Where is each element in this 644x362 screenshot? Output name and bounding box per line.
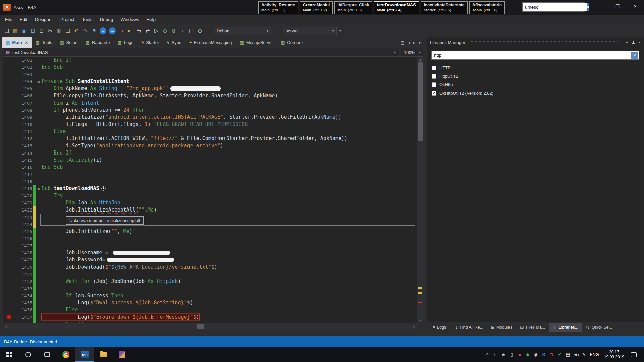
close-icon[interactable]: × xyxy=(25,40,28,45)
breakpoint-gutter[interactable] xyxy=(3,57,16,64)
action-center-icon[interactable] xyxy=(631,352,637,357)
cut-icon[interactable]: ✂ xyxy=(46,27,54,35)
tray-expand-icon[interactable]: ^ xyxy=(483,352,491,357)
vertical-scrollbar[interactable]: ▲ ▼ xyxy=(417,57,423,323)
breakpoint-gutter[interactable] xyxy=(3,299,16,306)
run-icon[interactable]: ▷ xyxy=(152,27,160,35)
breakpoint-gutter[interactable] xyxy=(3,228,16,235)
code-line[interactable]: 1431 xyxy=(3,271,417,278)
breakpoint-gutter[interactable] xyxy=(3,242,16,249)
code-line[interactable]: 1411 Else xyxy=(3,128,417,135)
code-line[interactable]: 1427 xyxy=(3,242,417,249)
scroll-right-icon[interactable]: ► xyxy=(411,323,417,330)
b4a-taskbar-button[interactable]: B4A xyxy=(75,347,94,362)
night-light-icon[interactable]: ☾ xyxy=(491,352,499,357)
panel-tab-quick-se[interactable]: Quick Se... xyxy=(583,323,615,332)
code-line[interactable]: 1402End Sub xyxy=(3,64,417,71)
breakpoint-gutter[interactable] xyxy=(3,78,16,85)
paste-icon[interactable]: ▤ xyxy=(64,27,72,35)
library-filter-input[interactable] xyxy=(432,51,630,59)
code-line[interactable]: 1437 Log($"Eroare down ${Job.ErrorMessag… xyxy=(3,314,417,321)
module-tab-tools[interactable]: ▦Tools xyxy=(32,37,56,48)
build-configuration-dropdown[interactable]: Debug ▾ xyxy=(214,27,271,35)
connect-device-icon[interactable]: ⊕ xyxy=(161,27,169,35)
menu-item-debug[interactable]: Debug xyxy=(96,15,117,24)
minimize-button[interactable]: — xyxy=(592,0,609,12)
breakpoint-gutter[interactable] xyxy=(3,214,16,221)
library-checkbox[interactable] xyxy=(432,66,436,70)
library-item[interactable]: OkHttp xyxy=(427,80,644,89)
panel-position-icon[interactable]: ▾ xyxy=(626,40,628,45)
panel-tab-logs[interactable]: ≡Logs xyxy=(429,323,449,332)
menu-item-help[interactable]: Help xyxy=(143,15,159,24)
fold-marker[interactable]: ⊟ xyxy=(36,185,42,192)
start-button[interactable] xyxy=(0,347,19,362)
breakpoint-gutter[interactable] xyxy=(3,256,16,263)
save-all-icon[interactable]: ⊞ xyxy=(29,27,37,35)
task-view-button[interactable] xyxy=(38,347,56,362)
code-editor[interactable]: 1401 End If1402End Sub14031404⊟Private S… xyxy=(3,57,417,323)
nav-forward-icon[interactable]: → xyxy=(109,27,116,34)
menu-item-designer[interactable]: Designer xyxy=(31,15,57,24)
undo-icon[interactable]: ↶ xyxy=(72,27,80,35)
menu-item-windows[interactable]: Windows xyxy=(117,15,143,24)
library-checkbox[interactable] xyxy=(432,82,436,87)
redo-icon[interactable]: ↷ xyxy=(81,27,89,35)
panel-close-icon[interactable]: × xyxy=(639,40,641,44)
bookmark-tab[interactable]: AfiseazaIstoricTools (ctrl + 6) xyxy=(469,1,505,14)
ethernet-icon[interactable]: ▤ xyxy=(564,352,572,357)
breakpoint-gutter[interactable] xyxy=(3,185,16,192)
scroll-left-icon[interactable]: ◄ xyxy=(3,323,9,330)
maximize-button[interactable]: ▢ xyxy=(609,0,627,12)
menu-item-file[interactable]: File xyxy=(1,15,16,24)
module-tab-main[interactable]: ▦Main× xyxy=(2,37,32,48)
code-line[interactable]: 1407 Dim i As Intent xyxy=(3,100,417,107)
bookmark-tab[interactable]: CreazaMeniulMain (ctrl + 2) xyxy=(300,1,333,14)
code-line[interactable]: 1438 End If xyxy=(3,321,417,323)
stop-icon[interactable]: ▢ xyxy=(187,27,195,35)
taskbar-clock[interactable]: 20:17 19.09.2019 xyxy=(601,350,628,360)
filter-clear-icon[interactable]: × xyxy=(631,52,638,59)
wireless-connect-icon[interactable]: ⊛ xyxy=(170,27,178,35)
library-checkbox[interactable] xyxy=(432,74,436,79)
new-file-icon[interactable]: ❏ xyxy=(3,27,11,35)
panel-tab-modules[interactable]: ⊞Modules xyxy=(488,323,516,332)
breakpoint-gutter[interactable] xyxy=(3,249,16,256)
bluetooth-icon[interactable]: Ƀ xyxy=(540,352,548,357)
timer-icon[interactable]: ⊙ xyxy=(196,27,204,35)
horizontal-scrollbar[interactable]: ◄ ► xyxy=(3,323,417,330)
panel-tab-find-all-re[interactable]: Find All Re... xyxy=(450,323,487,332)
module-tab-comenzi[interactable]: ▦Comenzi xyxy=(277,37,309,48)
horizontal-scrollbar-thumb[interactable] xyxy=(197,324,204,329)
bookmark-tab[interactable]: testDownloadNASMain (ctrl + 4) xyxy=(374,1,419,14)
bookmark-icon[interactable]: ⚑ xyxy=(90,27,98,35)
breakpoint-gutter[interactable] xyxy=(3,149,16,157)
library-item[interactable]: ✓OkHttpUtils2 (Version: 2.82) xyxy=(427,89,644,97)
code-line[interactable]: 1404⊟Private Sub SendInstallIntent xyxy=(3,78,417,85)
breakpoint-gutter[interactable] xyxy=(3,135,16,142)
code-line[interactable]: 1417 xyxy=(3,171,417,178)
quick-find-clear-icon[interactable]: × xyxy=(587,3,589,11)
breakpoint-gutter[interactable] xyxy=(3,107,16,114)
panel-tab-libraries[interactable]: ◫Libraries... xyxy=(549,323,582,332)
shield-check-icon[interactable]: ✔ xyxy=(556,352,564,357)
scroll-tabs-left-icon[interactable]: ◂ xyxy=(408,40,410,45)
breakpoint-gutter[interactable] xyxy=(3,321,16,323)
breakpoint-gutter[interactable] xyxy=(3,192,16,199)
breakpoint-gutter[interactable] xyxy=(3,292,16,299)
breakpoint-gutter[interactable] xyxy=(3,221,16,228)
breakpoint-gutter[interactable] xyxy=(3,306,16,313)
nav-back-icon[interactable]: ← xyxy=(100,27,106,34)
library-checkbox[interactable]: ✓ xyxy=(432,91,436,96)
code-line[interactable]: 1425 Job.Initialize("", Me)' xyxy=(3,228,417,235)
breakpoint-gutter[interactable] xyxy=(3,142,16,149)
code-line[interactable]: 1420 Try xyxy=(3,192,417,199)
module-tab-firebasemessaging[interactable]: ϟFirebaseMessaging xyxy=(185,37,236,48)
scroll-tabs-right-icon[interactable]: ▸ xyxy=(413,40,415,45)
usb-device-icon[interactable]: ▯ xyxy=(507,352,516,357)
breakpoint-gutter[interactable] xyxy=(3,314,16,321)
code-line[interactable]: 1406 File.copy(File.DirAssets, ApkName, … xyxy=(3,92,417,99)
module-tab-logs[interactable]: ▦Logs xyxy=(114,37,138,48)
code-line[interactable]: 1403 xyxy=(3,71,417,78)
swap-view-icon[interactable]: ⇆ xyxy=(135,27,143,35)
